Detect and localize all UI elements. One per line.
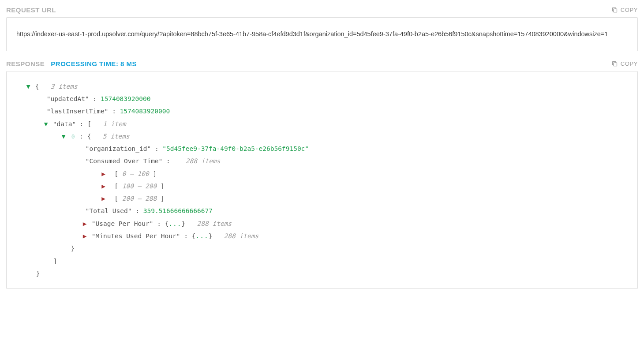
bracket-open: [ <box>87 120 91 127</box>
cot-range-3: 200 – 288 <box>122 195 157 202</box>
expand-toggle-range1[interactable]: ▶ <box>101 168 107 180</box>
expand-toggle-uph[interactable]: ▶ <box>82 217 88 230</box>
response-copy-button[interactable]: COPY <box>611 60 638 67</box>
json-val-total-used: 359.51666666666677 <box>143 207 213 214</box>
json-key-usage-per-hour: "Usage Per Hour" <box>92 220 154 227</box>
data-item-count: 1 item <box>103 120 126 127</box>
root-item-count: 3 items <box>51 83 78 90</box>
json-key-consumed-over-time: "Consumed Over Time" <box>86 157 163 165</box>
json-key-updatedAt: "updatedAt" <box>47 95 89 102</box>
json-val-updatedAt: 1574083920000 <box>101 95 151 102</box>
json-key-org-id: "organization_id" <box>86 145 151 152</box>
expand-toggle-root[interactable]: ▼ <box>25 80 31 93</box>
expand-toggle-muph[interactable]: ▶ <box>82 230 88 242</box>
brace-open: { <box>87 133 91 140</box>
brace-close: } <box>71 245 75 252</box>
request-url-text: https://indexer-us-east-1-prod.upsolver.… <box>16 26 628 42</box>
json-key-data: "data" <box>53 120 76 127</box>
json-key-minutes-used-per-hour: "Minutes Used Per Hour" <box>92 232 180 240</box>
response-body: ▼ { 3 items "updatedAt" : 1574083920000 … <box>6 71 638 289</box>
request-title: REQUEST URL <box>6 6 56 14</box>
request-copy-button[interactable]: COPY <box>611 7 638 13</box>
cot-range-2: 100 – 200 <box>122 183 157 190</box>
svg-rect-1 <box>614 63 617 66</box>
response-copy-label: COPY <box>621 60 638 67</box>
data0-item-count: 5 items <box>103 133 130 140</box>
request-copy-label: COPY <box>621 7 638 13</box>
json-key-total-used: "Total Used" <box>86 207 132 214</box>
expand-toggle-range2[interactable]: ▶ <box>101 180 107 192</box>
copy-icon <box>611 60 618 67</box>
response-title: RESPONSE <box>6 60 45 67</box>
uph-item-count: 288 items <box>197 220 232 227</box>
brace-close: } <box>36 270 40 277</box>
cot-range-1: 0 – 100 <box>122 170 149 177</box>
json-val-org-id: "5d45fee9-37fa-49f0-b2a5-e26b56f9150c" <box>162 145 309 152</box>
muph-item-count: 288 items <box>224 232 259 240</box>
json-val-lastInsertTime: 1574083920000 <box>120 108 170 115</box>
svg-rect-0 <box>614 9 617 12</box>
processing-time: PROCESSING TIME: 8 MS <box>51 60 137 67</box>
json-index-0: 0 <box>71 133 75 140</box>
expand-toggle-data0[interactable]: ▼ <box>60 130 67 142</box>
json-key-lastInsertTime: "lastInsertTime" <box>47 108 109 115</box>
cot-item-count: 288 items <box>186 157 221 165</box>
request-url-box: https://indexer-us-east-1-prod.upsolver.… <box>6 17 638 51</box>
copy-icon <box>611 7 618 13</box>
response-header: RESPONSE PROCESSING TIME: 8 MS COPY <box>6 60 638 67</box>
expand-toggle-range3[interactable]: ▶ <box>101 192 107 205</box>
brace-open: { <box>35 83 39 90</box>
expand-toggle-data[interactable]: ▼ <box>43 118 49 130</box>
request-header: REQUEST URL COPY <box>6 6 638 14</box>
bracket-close: ] <box>53 258 57 265</box>
